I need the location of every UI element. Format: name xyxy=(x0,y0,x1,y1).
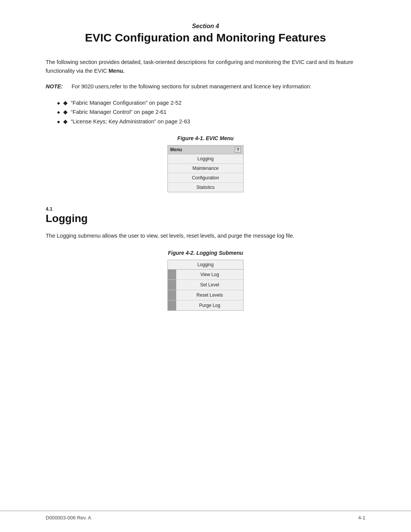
logging-menu-item-purgelog[interactable]: Purge Log xyxy=(168,300,243,310)
item-text: View Log xyxy=(176,270,243,279)
bullet-text: “Fabric Manager Control” on page 2-61 xyxy=(71,107,166,117)
logging-menu-item-viewlog[interactable]: View Log xyxy=(168,270,243,280)
logging-menu-header: Logging xyxy=(168,260,243,270)
figure1-caption: Figure 4-1. EVIC Menu xyxy=(46,135,365,141)
bullet-text: “License Keys; Key Administration” on pa… xyxy=(71,117,190,126)
bullet-icon: ◆ xyxy=(63,117,68,126)
page-title: EVIC Configuration and Monitoring Featur… xyxy=(46,31,365,44)
logging-menu-widget: Logging View Log Set Level Reset Levels … xyxy=(167,260,244,311)
figure2-container: Logging View Log Set Level Reset Levels … xyxy=(46,260,365,311)
footer-right: 4-1 xyxy=(358,515,365,521)
evic-menu-help-button[interactable]: ? xyxy=(235,147,241,153)
evic-menu-header: Menu ? xyxy=(168,145,243,154)
subsection-text: The Logging submenu allows the user to v… xyxy=(46,232,365,240)
indent-bar xyxy=(168,300,176,310)
bullet-list: ◆ “Fabric Manager Configuration” on page… xyxy=(57,98,365,126)
evic-menu-item-statistics[interactable]: Statistics xyxy=(168,183,243,192)
bullet-icon: ◆ xyxy=(63,98,68,108)
bullet-icon: ◆ xyxy=(63,107,68,117)
footer-left: D000003-006 Rev. A xyxy=(46,515,91,521)
item-text: Purge Log xyxy=(176,301,243,310)
intro-paragraph: The following section provides detailed,… xyxy=(46,58,365,75)
list-item: ◆ “License Keys; Key Administration” on … xyxy=(57,117,365,126)
list-item: ◆ “Fabric Manager Configuration” on page… xyxy=(57,98,365,108)
item-text: Reset Levels xyxy=(176,291,243,300)
evic-menu-title: Menu xyxy=(170,147,182,152)
list-item: ◆ “Fabric Manager Control” on page 2-61 xyxy=(57,107,365,117)
item-text: Set Level xyxy=(176,280,243,289)
page-footer: D000003-006 Rev. A 4-1 xyxy=(0,511,411,521)
logging-menu-item-setlevel[interactable]: Set Level xyxy=(168,280,243,290)
evic-menu-widget: Menu ? Logging Maintenance Configuration… xyxy=(167,145,244,192)
indent-bar xyxy=(168,290,176,300)
subsection-title: Logging xyxy=(46,212,365,225)
figure1-container: Menu ? Logging Maintenance Configuration… xyxy=(46,145,365,192)
evic-menu-item-configuration[interactable]: Configuration xyxy=(168,173,243,183)
note-label: NOTE: xyxy=(46,82,68,91)
indent-bar xyxy=(168,270,176,280)
section-label: Section 4 xyxy=(46,23,365,30)
logging-menu-item-resetlevels[interactable]: Reset Levels xyxy=(168,290,243,300)
note-text: For 9020 users,refer to the following se… xyxy=(72,82,311,91)
page: Section 4 EVIC Configuration and Monitor… xyxy=(0,0,411,532)
note-block: NOTE: For 9020 users,refer to the follow… xyxy=(46,82,365,91)
indent-bar xyxy=(168,280,176,290)
figure2-caption: Figure 4-2. Logging Submenu xyxy=(46,250,365,256)
subsection-number: 4.1 xyxy=(46,206,365,212)
evic-menu-item-logging[interactable]: Logging xyxy=(168,154,243,164)
bullet-text: “Fabric Manager Configuration” on page 2… xyxy=(71,98,182,108)
evic-menu-item-maintenance[interactable]: Maintenance xyxy=(168,164,243,173)
